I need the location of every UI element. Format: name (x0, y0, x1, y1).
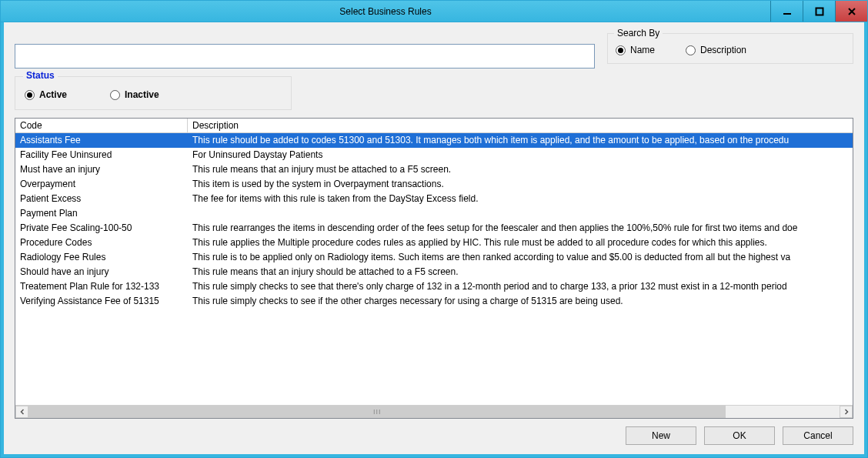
minimize-button[interactable] (770, 1, 803, 22)
table-row[interactable]: Private Fee Scaling-100-50This rule rear… (15, 221, 853, 236)
radio-label: Name (630, 45, 655, 55)
chevron-left-icon (19, 409, 25, 415)
cell-description: This rule simply checks to see if the ot… (188, 294, 853, 309)
new-button[interactable]: New (626, 426, 696, 445)
svg-rect-1 (816, 8, 823, 15)
search-by-name-radio[interactable]: Name (616, 45, 655, 55)
minimize-icon (783, 7, 792, 16)
scroll-right-button[interactable] (840, 406, 853, 418)
cell-code: Assistants Fee (15, 133, 188, 148)
cancel-button[interactable]: Cancel (783, 426, 853, 445)
radio-icon (616, 45, 626, 55)
cell-code: Should have an injury (15, 265, 188, 279)
table-row[interactable]: Patient ExcessThe fee for items with thi… (15, 192, 853, 206)
top-row: Search By Name Description (15, 33, 853, 69)
table-row[interactable]: OverpaymentThis item is used by the syst… (15, 177, 853, 192)
search-by-group: Search By Name Description (607, 33, 853, 64)
cell-description: This rule rearranges the items in descen… (188, 221, 853, 236)
rules-table: Code Description Assistants FeeThis rule… (15, 118, 853, 419)
status-active-radio[interactable]: Active (25, 89, 67, 100)
cell-code: Overpayment (15, 177, 188, 192)
radio-label: Description (700, 45, 746, 55)
status-options: Active Inactive (25, 89, 282, 100)
column-header-description[interactable]: Description (188, 119, 853, 132)
cell-code: Radiology Fee Rules (15, 250, 188, 265)
search-by-label: Search By (614, 28, 663, 38)
cell-code: Procedure Codes (15, 236, 188, 250)
close-button[interactable] (835, 1, 867, 22)
scroll-track[interactable]: III (28, 406, 840, 418)
maximize-button[interactable] (803, 1, 835, 22)
dialog-window: Select Business Rules Search By Name (0, 0, 868, 458)
cell-code: Payment Plan (15, 206, 188, 221)
cell-description: This rule is to be applied only on Radio… (188, 250, 853, 265)
table-row[interactable]: Procedure CodesThis rule applies the Mul… (15, 236, 853, 250)
window-controls (770, 1, 867, 22)
table-row[interactable]: Assistants FeeThis rule should be added … (15, 133, 853, 148)
table-row[interactable]: Treatement Plan Rule for 132-133This rul… (15, 279, 853, 294)
table-row[interactable]: Must have an injuryThis rule means that … (15, 162, 853, 177)
column-header-code[interactable]: Code (15, 119, 188, 132)
svg-rect-0 (783, 13, 791, 15)
scroll-thumb[interactable]: III (28, 406, 726, 418)
titlebar: Select Business Rules (1, 1, 867, 22)
cell-description: This rule should be added to codes 51300… (188, 133, 853, 148)
cell-description: This rule applies the Multiple procedure… (188, 236, 853, 250)
cell-code: Facility Fee Uninsured (15, 148, 188, 162)
chevron-right-icon (843, 409, 850, 415)
cell-description (188, 206, 853, 221)
table-row[interactable]: Verifying Assistance Fee of 51315This ru… (15, 294, 853, 309)
ok-button[interactable]: OK (704, 426, 775, 445)
search-input[interactable] (15, 44, 595, 69)
table-row[interactable]: Radiology Fee RulesThis rule is to be ap… (15, 250, 853, 265)
cell-code: Patient Excess (15, 192, 188, 206)
table-body: Assistants FeeThis rule should be added … (15, 133, 853, 405)
table-row[interactable]: Facility Fee UninsuredFor Uninsured Days… (15, 148, 853, 162)
horizontal-scrollbar[interactable]: III (15, 405, 853, 418)
status-inactive-radio[interactable]: Inactive (110, 89, 159, 100)
radio-icon (110, 90, 120, 100)
table-row[interactable]: Should have an injuryThis rule means tha… (15, 265, 853, 279)
cell-code: Must have an injury (15, 162, 188, 177)
scroll-grip-icon: III (373, 408, 382, 416)
maximize-icon (815, 7, 824, 16)
client-area: Search By Name Description Status (1, 22, 867, 457)
cell-description: The fee for items with this rule is take… (188, 192, 853, 206)
cell-code: Private Fee Scaling-100-50 (15, 221, 188, 236)
search-by-description-radio[interactable]: Description (686, 45, 746, 55)
window-title: Select Business Rules (1, 1, 770, 22)
cell-description: This item is used by the system in Overp… (188, 177, 853, 192)
table-row[interactable]: Payment Plan (15, 206, 853, 221)
radio-icon (25, 90, 35, 100)
status-group: Status Active Inactive (15, 76, 292, 110)
radio-label: Active (39, 89, 67, 100)
search-by-options: Name Description (616, 45, 845, 55)
button-bar: New OK Cancel (15, 426, 853, 445)
scroll-left-button[interactable] (15, 406, 28, 418)
cell-code: Treatement Plan Rule for 132-133 (15, 279, 188, 294)
cell-description: This rule means that an injury should be… (188, 265, 853, 279)
table-header: Code Description (15, 119, 853, 133)
radio-label: Inactive (125, 89, 159, 100)
cell-description: For Uninsured Daystay Patients (188, 148, 853, 162)
close-icon (847, 7, 856, 16)
cell-description: This rule means that an injury must be a… (188, 162, 853, 177)
status-label: Status (23, 70, 58, 81)
cell-code: Verifying Assistance Fee of 51315 (15, 294, 188, 309)
cell-description: This rule simply checks to see that ther… (188, 279, 853, 294)
radio-icon (686, 45, 696, 55)
